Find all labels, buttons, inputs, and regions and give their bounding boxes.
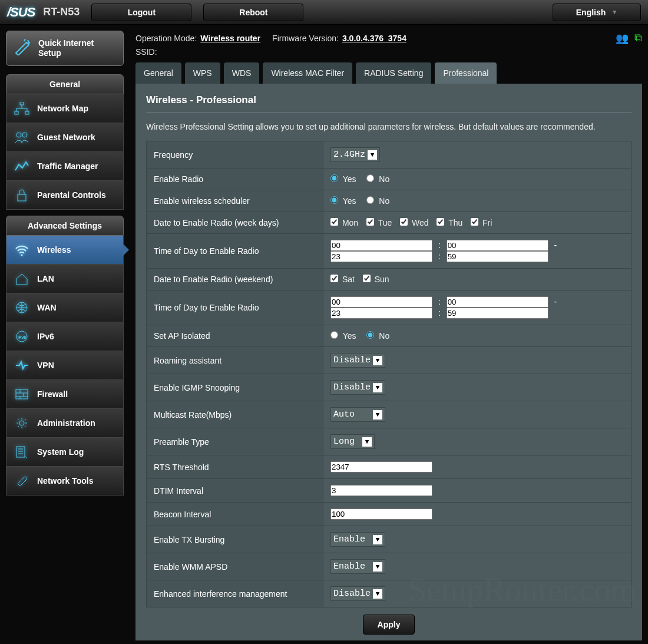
- tab-wps[interactable]: WPS: [185, 62, 220, 84]
- beacon-input[interactable]: [330, 508, 432, 520]
- time-week-h1[interactable]: [330, 240, 432, 251]
- language-select[interactable]: English ▼: [553, 4, 641, 21]
- preamble-select[interactable]: Long ▼: [330, 434, 375, 449]
- sidebar-item-wan[interactable]: WAN: [6, 293, 124, 322]
- time-wk-h2[interactable]: [330, 308, 432, 319]
- quick-internet-setup-button[interactable]: Quick Internet Setup: [6, 31, 124, 66]
- model-name: RT-N53: [43, 6, 80, 18]
- op-mode-label: Operation Mode:: [135, 34, 197, 43]
- svg-point-6: [21, 254, 23, 256]
- chevron-down-icon: ▼: [373, 410, 382, 420]
- roaming-select[interactable]: Disable▼: [330, 353, 385, 368]
- multicast-select[interactable]: Auto ▼: [330, 407, 385, 422]
- svg-point-4: [22, 133, 27, 137]
- logout-button[interactable]: Logout: [91, 4, 191, 21]
- wmm-select[interactable]: Enable ▼: [330, 559, 385, 574]
- chk-tue[interactable]: Tue: [366, 218, 392, 227]
- ap-isolated-yes[interactable]: Yes: [330, 331, 356, 341]
- sidebar-item-label: System Log: [37, 447, 84, 457]
- sidebar-item-administration[interactable]: Administration: [6, 409, 124, 438]
- lock-icon: [14, 188, 30, 202]
- apply-button[interactable]: Apply: [363, 615, 415, 635]
- time-week-h2[interactable]: [330, 251, 432, 262]
- sidebar-item-label: WAN: [37, 303, 57, 312]
- chk-wed[interactable]: Wed: [400, 218, 428, 227]
- chk-sun[interactable]: Sun: [363, 275, 389, 284]
- sidebar-item-label: Network Tools: [37, 476, 93, 486]
- enable-radio-no[interactable]: No: [366, 174, 389, 184]
- roaming-label: Roaming assistant: [147, 347, 323, 374]
- time-wk-m1[interactable]: [447, 296, 548, 308]
- interference-label: Enhanced interference management: [147, 580, 323, 607]
- log-icon: [14, 445, 30, 459]
- frequency-select[interactable]: 2.4GHz▼: [330, 147, 380, 162]
- chk-mon[interactable]: Mon: [330, 218, 358, 227]
- sidebar-item-vpn[interactable]: VPN: [6, 351, 124, 380]
- sidebar-item-firewall[interactable]: Firewall: [6, 380, 124, 409]
- enable-radio-label: Enable Radio: [147, 169, 323, 190]
- chevron-down-icon: ▼: [373, 589, 382, 599]
- sidebar-item-traffic-manager[interactable]: Traffic Manager: [6, 152, 124, 181]
- time-week-label: Time of Day to Enable Radio: [147, 234, 323, 269]
- wireless-icon: [14, 243, 30, 257]
- time-wk-m2[interactable]: [447, 308, 548, 319]
- tab-radius[interactable]: RADIUS Setting: [356, 62, 431, 84]
- tx-burst-select[interactable]: Enable ▼: [330, 532, 385, 547]
- sidebar-item-network-map[interactable]: Network Map: [6, 94, 124, 123]
- op-mode-link[interactable]: Wireless router: [200, 34, 260, 43]
- svg-rect-2: [25, 111, 29, 114]
- tab-mac-filter[interactable]: Wireless MAC Filter: [263, 62, 352, 84]
- sidebar-item-label: Guest Network: [37, 133, 95, 142]
- time-week-m2[interactable]: [447, 251, 548, 262]
- sidebar-item-lan[interactable]: LAN: [6, 265, 124, 293]
- interference-select[interactable]: Disable▼: [330, 586, 385, 601]
- fw-link[interactable]: 3.0.0.4.376_3754: [342, 34, 406, 43]
- sidebar-item-system-log[interactable]: System Log: [6, 438, 124, 467]
- tab-general[interactable]: General: [135, 62, 181, 84]
- enable-scheduler-label: Enable wireless scheduler: [147, 190, 323, 212]
- advanced-header: Advanced Settings: [6, 216, 124, 236]
- svg-text:IPv6: IPv6: [18, 335, 27, 339]
- reboot-button[interactable]: Reboot: [203, 4, 303, 21]
- chk-sat[interactable]: Sat: [330, 275, 355, 284]
- time-wk-h1[interactable]: [330, 296, 432, 308]
- sidebar-item-ipv6[interactable]: IPv6 IPv6: [6, 322, 124, 351]
- enable-sched-no[interactable]: No: [366, 196, 389, 206]
- users-icon[interactable]: 👥: [616, 32, 629, 45]
- enable-radio-yes[interactable]: Yes: [330, 174, 356, 184]
- rts-input[interactable]: [330, 461, 432, 473]
- igmp-label: Enable IGMP Snooping: [147, 374, 323, 401]
- svg-point-11: [19, 421, 24, 425]
- ap-isolated-label: Set AP Isolated: [147, 325, 323, 347]
- ap-isolated-no[interactable]: No: [366, 331, 389, 341]
- igmp-select[interactable]: Disable▼: [330, 380, 385, 395]
- chk-thu[interactable]: Thu: [437, 218, 462, 227]
- tab-professional[interactable]: Professional: [435, 62, 497, 84]
- sidebar-item-label: VPN: [37, 361, 54, 370]
- qis-label: Quick Internet Setup: [38, 38, 116, 58]
- rts-label: RTS Threshold: [147, 455, 323, 479]
- frequency-label: Frequency: [147, 141, 323, 169]
- chk-fri[interactable]: Fri: [471, 218, 492, 227]
- divider: [146, 112, 632, 113]
- fw-label: Firmware Version:: [272, 34, 339, 43]
- tx-burst-label: Enable TX Bursting: [147, 526, 323, 553]
- screens-icon[interactable]: ⧉: [634, 32, 642, 45]
- gear-icon: [14, 416, 30, 430]
- tools-icon: [14, 474, 30, 488]
- asus-logo: /SUS: [7, 5, 35, 20]
- time-week-m1[interactable]: [447, 240, 548, 251]
- chevron-down-icon: ▼: [373, 356, 382, 365]
- sidebar-item-network-tools[interactable]: Network Tools: [6, 467, 124, 496]
- guest-network-icon: [14, 130, 30, 144]
- enable-sched-yes[interactable]: Yes: [330, 196, 356, 206]
- chevron-down-icon: ▼: [373, 562, 382, 572]
- sidebar-item-label: Traffic Manager: [37, 161, 98, 171]
- sidebar-item-wireless[interactable]: Wireless: [6, 236, 124, 265]
- firewall-icon: [14, 387, 30, 401]
- svg-rect-5: [18, 194, 26, 201]
- sidebar-item-parental-controls[interactable]: Parental Controls: [6, 181, 124, 210]
- sidebar-item-guest-network[interactable]: Guest Network: [6, 123, 124, 152]
- tab-wds[interactable]: WDS: [224, 62, 260, 84]
- dtim-input[interactable]: [330, 485, 432, 496]
